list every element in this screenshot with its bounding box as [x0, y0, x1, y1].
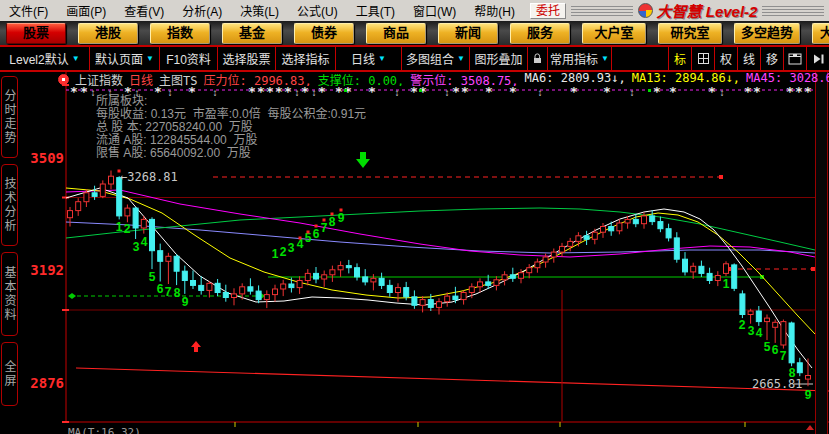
header-segment: 支撑位: 0.00, [318, 72, 405, 86]
toolbar-图形叠加[interactable]: 图形叠加 [470, 47, 528, 70]
toolbar-button-权[interactable]: 权 [714, 47, 737, 70]
sidebar-tab-基本资料[interactable]: 基本资料 [1, 252, 18, 336]
toolbar-lock-icon[interactable] [528, 47, 548, 70]
market-tab-港股[interactable]: 港股 [78, 23, 138, 44]
toolbar-选择股票[interactable]: 选择股票 [218, 47, 276, 70]
menu-item[interactable]: 窗口(W) [404, 2, 465, 19]
svg-text:3: 3 [133, 240, 140, 254]
market-tab-股票[interactable]: 股票 [6, 23, 66, 44]
next-icon [812, 53, 825, 65]
toolbar-label: 图形叠加 [474, 50, 522, 67]
sidebar-tab-分时走势[interactable]: 分时走势 [1, 76, 18, 158]
toolbar-多图组合[interactable]: 多图组合▼ [402, 47, 470, 70]
svg-text:*: * [570, 84, 578, 99]
menu-item[interactable]: 查看(V) [115, 2, 173, 19]
sidebar-tab-全屏[interactable]: 全屏 [1, 342, 18, 406]
toolbar-button-线[interactable]: 线 [737, 47, 760, 70]
toolbar-F10资料[interactable]: F10资料 [160, 47, 218, 70]
menu-item[interactable]: 分析(A) [173, 2, 231, 19]
brand: 大智慧 Level-2 [633, 0, 763, 21]
chevron-down-icon: ▼ [146, 54, 154, 63]
svg-text:4: 4 [756, 326, 763, 340]
toolbar-常用指标[interactable]: 常用指标▼ [548, 47, 612, 70]
svg-text:*: * [786, 84, 794, 99]
price-label-2876: 2876 [28, 375, 64, 391]
menu-item[interactable]: 文件(F) [0, 2, 57, 19]
svg-text:5: 5 [764, 340, 771, 354]
svg-text:*: * [452, 84, 460, 99]
header-segment: MA13: 2894.86↓, [632, 72, 740, 86]
svg-text:8: 8 [174, 286, 181, 300]
titlebar-stripes: 大智慧 Level-2 [571, 4, 824, 17]
chevron-down-icon: ▼ [457, 54, 465, 63]
market-tab-大[interactable]: 大 [812, 23, 829, 44]
market-tab-服务[interactable]: 服务 [510, 23, 570, 44]
toolbar-日线[interactable]: 日线▼ [336, 47, 402, 70]
price-label-3509: 3509 [28, 150, 64, 166]
svg-text:3: 3 [288, 241, 295, 255]
market-tab-研究室[interactable]: 研究室 [658, 23, 722, 44]
menu-item[interactable]: 决策(L) [231, 2, 288, 19]
next-pane-label: MA(T:16,32) [68, 426, 141, 434]
price-label-3192: 3192 [28, 262, 64, 278]
toolbar-button-移[interactable]: 移 [760, 47, 783, 70]
svg-text:1: 1 [116, 220, 123, 234]
toolbar-Level2默认[interactable]: Level2默认▼ [0, 47, 90, 70]
svg-text:*: * [708, 84, 716, 99]
menu-item[interactable]: 工具(T) [347, 2, 404, 19]
sidebar-tab-技术分析[interactable]: 技术分析 [1, 164, 18, 246]
chevron-down-icon: ▼ [601, 54, 609, 63]
svg-text:*: * [70, 84, 78, 99]
svg-text:↕: ↕ [630, 87, 635, 98]
toolbar: Level2默认▼默认页面▼F10资料选择股票选择指标日线▼多图组合▼图形叠加常… [0, 45, 829, 72]
toolbar-grid-button[interactable] [691, 47, 714, 70]
menu-items: 文件(F)画面(P)查看(V)分析(A)决策(L)公式(U)工具(T)窗口(W)… [0, 2, 524, 19]
toolbar-panel-button[interactable] [783, 47, 806, 70]
header-segment: 压力位: 2996.83, [203, 72, 311, 86]
svg-text:6: 6 [157, 282, 164, 296]
toolbar-button-标[interactable]: 标 [668, 47, 691, 70]
header-segment: MA45: 3028.69↓, [746, 72, 829, 86]
market-tab-商品[interactable]: 商品 [366, 23, 426, 44]
toolbar-选择指标[interactable]: 选择指标 [276, 47, 336, 70]
menu-item[interactable]: 画面(P) [57, 2, 115, 19]
svg-text:7: 7 [321, 221, 328, 235]
market-tab-指数[interactable]: 指数 [150, 23, 210, 44]
kline-chart-area: *******************************↕↕↕↕↕↕↕↕↕… [0, 72, 829, 434]
svg-text:↕: ↕ [395, 87, 400, 98]
market-tab-多空趋势[interactable]: 多空趋势 [734, 23, 800, 44]
svg-text:←3268.81: ←3268.81 [120, 170, 178, 184]
toolbar-label: 默认页面 [95, 50, 143, 67]
market-tab-债券[interactable]: 债券 [294, 23, 354, 44]
svg-text:*: * [461, 84, 469, 99]
svg-text:*: * [804, 84, 812, 99]
svg-text:↕: ↕ [538, 87, 543, 98]
market-tab-新闻[interactable]: 新闻 [438, 23, 498, 44]
header-segment: 上证指数 [75, 72, 123, 86]
svg-text:*: * [744, 84, 752, 99]
svg-text:↕: ↕ [720, 87, 725, 98]
svg-text:6: 6 [772, 343, 779, 357]
svg-text:↕: ↕ [91, 87, 96, 98]
chart-header: 上证指数日线主图TS压力位: 2996.83,支撑位: 0.00,警示位: 35… [58, 72, 829, 86]
toolbar-默认页面[interactable]: 默认页面▼ [90, 47, 160, 70]
svg-text:*: * [669, 84, 677, 99]
svg-text:9: 9 [182, 295, 189, 309]
market-tab-基金[interactable]: 基金 [222, 23, 282, 44]
market-tab-大户室[interactable]: 大户室 [582, 23, 646, 44]
stock-info-block: 所属板块:每股收益: 0.13元 市盈率:0.0倍 每股公积金:0.91元总 股… [96, 95, 366, 160]
svg-text:1: 1 [272, 247, 279, 261]
right-scrollbar[interactable] [815, 72, 828, 434]
svg-text:*: * [368, 84, 376, 99]
chevron-down-icon: ▼ [72, 54, 80, 63]
svg-text:5: 5 [149, 270, 156, 284]
toolbar-label: 常用指标 [550, 50, 598, 67]
broker-button[interactable]: 委托 [530, 3, 566, 19]
toolbar-next-button[interactable] [806, 47, 829, 70]
svg-text:2: 2 [280, 245, 287, 259]
menu-item[interactable]: 公式(U) [288, 2, 347, 19]
market-tab-bar: 股票港股指数基金债券商品新闻服务大户室研究室多空趋势大 [0, 21, 829, 45]
header-segment: 警示位: 3508.75, [410, 72, 518, 86]
toolbar-buttons: 标权线移 [668, 47, 829, 70]
menu-item[interactable]: 帮助(H) [465, 2, 524, 19]
